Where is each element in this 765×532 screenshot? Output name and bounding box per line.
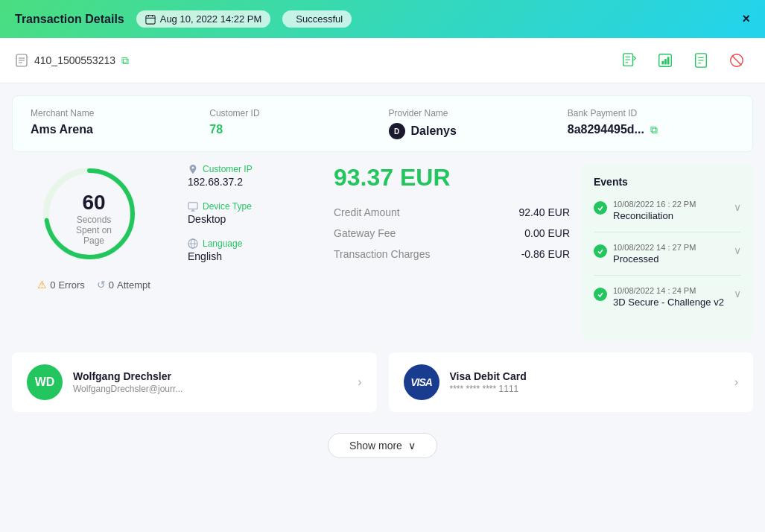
errors-stat: ⚠ 0 Errors bbox=[37, 279, 85, 291]
language-item: Language English bbox=[188, 238, 322, 262]
customer-ip-item: Customer IP 182.68.37.2 bbox=[188, 164, 322, 188]
meta-column: Customer IP 182.68.37.2 Device Type Desk… bbox=[188, 164, 322, 341]
cards-section: WD Wolfgang Drechsler WolfgangDrechsler@… bbox=[0, 352, 765, 424]
visa-text: VISA bbox=[410, 376, 432, 388]
customer-ip-label: Customer IP bbox=[188, 164, 322, 174]
payment-card-info: Visa Debit Card **** **** **** 1111 bbox=[450, 370, 724, 394]
event-chevron-0: ∨ bbox=[734, 201, 741, 213]
copy-icon[interactable]: ⧉ bbox=[121, 54, 129, 67]
events-panel: Events 10/08/2022 16 : 22 PM Reconciliat… bbox=[582, 164, 753, 341]
event-check-reconciliation bbox=[594, 201, 607, 215]
customer-card[interactable]: WD Wolfgang Drechsler WolfgangDrechsler@… bbox=[12, 352, 377, 412]
monitor-icon bbox=[188, 201, 198, 212]
bank-copy-icon[interactable]: ⧉ bbox=[650, 124, 658, 136]
checkmark-icon bbox=[597, 204, 604, 212]
chevron-down-icon: ∨ bbox=[408, 440, 416, 452]
event-date-0: 10/08/2022 16 : 22 PM bbox=[613, 200, 728, 209]
gateway-value: 0.00 EUR bbox=[524, 227, 570, 239]
show-more-label: Show more bbox=[349, 440, 402, 452]
timer-container: 60 Seconds Spent on Page bbox=[45, 170, 142, 267]
payment-chevron-icon: › bbox=[734, 376, 738, 389]
svg-rect-0 bbox=[146, 15, 155, 23]
show-more-button[interactable]: Show more ∨ bbox=[328, 433, 437, 458]
status-badge: Successful bbox=[282, 10, 352, 28]
location-icon bbox=[188, 164, 198, 174]
bank-label: Bank Payment ID bbox=[568, 108, 734, 118]
customer-email: WolfgangDrechsler@jourr... bbox=[73, 384, 347, 394]
transaction-id-value: 410_1500553213 bbox=[34, 54, 115, 66]
errors-count: 0 bbox=[50, 279, 55, 291]
event-item-reconciliation[interactable]: 10/08/2022 16 : 22 PM Reconciliation ∨ bbox=[594, 200, 741, 232]
charges-value: -0.86 EUR bbox=[521, 248, 570, 260]
provider-row: D Dalenys bbox=[389, 123, 556, 139]
receipt-action-button[interactable] bbox=[616, 47, 643, 74]
provider-label: Provider Name bbox=[389, 108, 556, 118]
info-bar: Merchant Name Ams Arena Customer ID 78 P… bbox=[12, 95, 753, 152]
language-label: Language bbox=[188, 238, 322, 249]
calendar-icon bbox=[145, 14, 156, 25]
main-content: 60 Seconds Spent on Page ⚠ 0 Errors ↺ 0 … bbox=[0, 164, 765, 352]
left-panel: 60 Seconds Spent on Page ⚠ 0 Errors ↺ 0 … bbox=[12, 164, 176, 341]
svg-rect-14 bbox=[661, 61, 664, 65]
customer-chevron-icon: › bbox=[358, 376, 361, 389]
payment-number: **** **** **** 1111 bbox=[450, 384, 724, 394]
errors-label: Errors bbox=[58, 279, 84, 291]
provider-info: Provider Name D Dalenys bbox=[389, 108, 556, 139]
document-action-button[interactable] bbox=[688, 47, 714, 74]
timer-inner: 60 Seconds Spent on Page bbox=[45, 170, 142, 267]
svg-line-22 bbox=[732, 56, 742, 66]
credit-row: Credit Amount 92.40 EUR bbox=[334, 206, 570, 218]
close-button[interactable]: × bbox=[742, 11, 750, 27]
visa-logo: VISA bbox=[404, 364, 439, 400]
event-chevron-1: ∨ bbox=[734, 244, 741, 256]
bank-payment-info: Bank Payment ID 8a8294495d... ⧉ bbox=[568, 108, 734, 139]
merchant-info: Merchant Name Ams Arena bbox=[31, 108, 197, 139]
amount-column: 93.37 EUR Credit Amount 92.40 EUR Gatewa… bbox=[334, 164, 570, 341]
customer-name: Wolfgang Drechsler bbox=[73, 370, 347, 382]
event-name-2: 3D Secure - Challenge v2 bbox=[613, 297, 728, 308]
event-check-3dsecure bbox=[594, 288, 607, 301]
payment-type: Visa Debit Card bbox=[450, 370, 724, 382]
date-value: Aug 10, 2022 14:22 PM bbox=[160, 13, 262, 25]
event-chevron-2: ∨ bbox=[734, 288, 741, 300]
timer-label: Seconds Spent on Page bbox=[76, 215, 112, 246]
event-item-processed[interactable]: 10/08/2022 14 : 27 PM Processed ∨ bbox=[594, 243, 741, 276]
device-type-item: Device Type Desktop bbox=[188, 201, 322, 225]
dalenys-logo: D bbox=[389, 123, 405, 139]
bank-id-row: 8a8294495d... ⧉ bbox=[568, 123, 734, 136]
header-title: Transaction Details bbox=[15, 13, 124, 26]
transaction-id: 410_1500553213 ⧉ bbox=[15, 54, 129, 67]
timer-number: 60 bbox=[82, 191, 105, 215]
event-item-3dsecure[interactable]: 10/08/2022 14 : 24 PM 3D Secure - Challe… bbox=[594, 286, 741, 318]
customer-ip-value: 182.68.37.2 bbox=[188, 176, 322, 188]
device-type-label: Device Type bbox=[188, 201, 322, 212]
chart-action-icon bbox=[657, 52, 673, 69]
attempt-stat: ↺ 0 Attempt bbox=[97, 279, 150, 291]
receipt-small-icon bbox=[15, 54, 28, 67]
chart-action-button[interactable] bbox=[652, 47, 679, 74]
language-icon bbox=[188, 238, 198, 249]
checkmark-icon bbox=[597, 291, 604, 298]
event-date-2: 10/08/2022 14 : 24 PM bbox=[613, 286, 728, 295]
center-panel: Customer IP 182.68.37.2 Device Type Desk… bbox=[188, 164, 753, 341]
action-buttons bbox=[616, 47, 750, 74]
stats-row: ⚠ 0 Errors ↺ 0 Attempt bbox=[37, 279, 150, 291]
charges-row: Transaction Charges -0.86 EUR bbox=[334, 248, 570, 260]
customer-value: 78 bbox=[209, 123, 223, 136]
event-name-0: Reconciliation bbox=[613, 210, 728, 221]
charges-label: Transaction Charges bbox=[334, 248, 430, 260]
block-action-button[interactable] bbox=[723, 47, 750, 74]
event-name-1: Processed bbox=[613, 253, 728, 265]
total-amount: 93.37 EUR bbox=[334, 164, 570, 191]
merchant-value: Ams Arena bbox=[31, 123, 93, 136]
events-title: Events bbox=[594, 176, 741, 188]
gateway-row: Gateway Fee 0.00 EUR bbox=[334, 227, 570, 239]
payment-card[interactable]: VISA Visa Debit Card **** **** **** 1111… bbox=[389, 352, 754, 412]
header: Transaction Details Aug 10, 2022 14:22 P… bbox=[0, 0, 765, 38]
customer-card-info: Wolfgang Drechsler WolfgangDrechsler@jou… bbox=[73, 370, 347, 394]
svg-rect-15 bbox=[664, 59, 667, 64]
event-date-1: 10/08/2022 14 : 27 PM bbox=[613, 243, 728, 252]
gateway-label: Gateway Fee bbox=[334, 227, 396, 239]
language-value: English bbox=[188, 250, 322, 262]
customer-info: Customer ID 78 bbox=[209, 108, 376, 139]
